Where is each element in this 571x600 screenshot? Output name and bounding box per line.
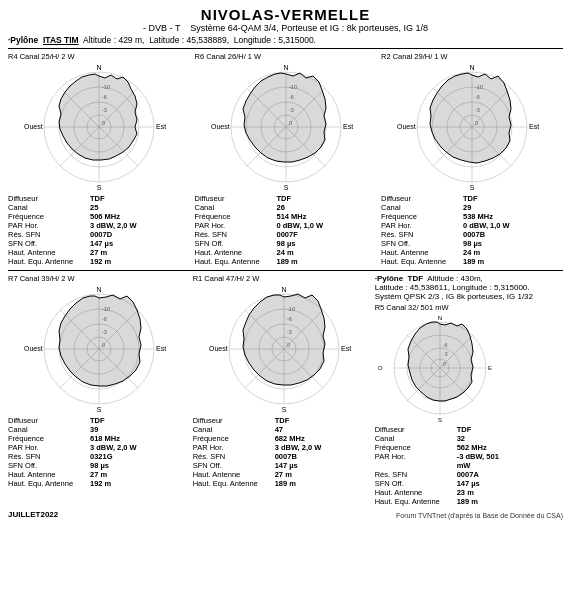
svg-text:-6: -6 [289, 94, 294, 100]
svg-text:-3: -3 [475, 107, 480, 113]
svg-text:-3: -3 [102, 329, 107, 335]
svg-text:-6: -6 [443, 342, 448, 348]
svg-text:0: 0 [475, 120, 478, 126]
info-table-r1: Diffuseur TDF Canal 47 Fréquence 682 MHz [193, 416, 375, 488]
svg-text:N: N [281, 286, 286, 293]
info-table-r4: Diffuseur TDF Canal 25 Fréquence 506 MHz… [8, 194, 190, 266]
svg-marker-12 [59, 74, 137, 160]
info-table-r5: Diffuseur TDF Canal 32 Fréquence 562 MHz… [375, 425, 505, 506]
pylone2-info: ·Pylône TDF Altitude : 430m, Latitude : … [375, 274, 563, 301]
svg-text:Est: Est [156, 123, 166, 130]
bottom-left: R7 Canal 39/H/ 2 W N S [8, 274, 375, 506]
svg-text:-3: -3 [287, 329, 292, 335]
svg-text:-6: -6 [102, 316, 107, 322]
main-title: NIVOLAS-VERMELLE [8, 6, 563, 23]
svg-text:Ouest: Ouest [24, 345, 43, 352]
channel-label-r7: R7 Canal 39/H/ 2 W [8, 274, 75, 283]
info-table-r6: Diffuseur TDF Canal 26 Fréquence 514 MHz… [195, 194, 377, 266]
svg-marker-29 [243, 73, 326, 162]
radar-r1: N S Est Ouest 0 -3 -6 -10 [204, 284, 364, 414]
svg-text:S: S [470, 184, 475, 191]
svg-marker-80 [243, 294, 325, 385]
svg-text:Ouest: Ouest [397, 123, 416, 130]
radar-r5: N S E O 0 -3 -6 [375, 313, 505, 423]
svg-text:Est: Est [341, 345, 351, 352]
svg-text:O: O [378, 365, 383, 371]
svg-text:N: N [438, 315, 442, 321]
radar-r7: N S Est Ouest 0 -3 -6 -10 [19, 284, 179, 414]
channel-label-r4: R4 Canal 25/H/ 2 W [8, 52, 75, 61]
footer: JUILLET2022 Forum TVNTnet (d'après la Ba… [8, 510, 563, 519]
radar-r4: N S Est Ouest 0 -3 -6 -10 [19, 62, 179, 192]
svg-text:Ouest: Ouest [24, 123, 43, 130]
channel-label-r5: R5 Canal 32/ 501 mW [375, 303, 449, 312]
svg-marker-46 [430, 73, 511, 163]
svg-text:S: S [97, 184, 102, 191]
svg-text:N: N [469, 64, 474, 71]
bottom-right: ·Pylône TDF Altitude : 430m, Latitude : … [375, 274, 563, 506]
svg-text:N: N [96, 64, 101, 71]
svg-text:S: S [283, 184, 288, 191]
svg-text:Est: Est [343, 123, 353, 130]
svg-text:-10: -10 [475, 84, 483, 90]
svg-text:0: 0 [443, 361, 446, 367]
svg-text:-10: -10 [102, 84, 110, 90]
antenna-block-r2: R2 Canal 29/H/ 1 W N S Est Ouest [381, 52, 563, 266]
channel-label-r1: R1 Canal 47/H/ 2 W [193, 274, 260, 283]
svg-text:-3: -3 [102, 107, 107, 113]
pylone1-info: ·Pylône ITAS TIM Altitude : 429 m, Latit… [8, 35, 563, 45]
svg-text:Ouest: Ouest [211, 123, 230, 130]
antenna-block-r4: R4 Canal 25/H/ 2 W N S Est [8, 52, 190, 266]
svg-text:-6: -6 [287, 316, 292, 322]
footer-credit: Forum TVNTnet (d'après la Base de Donnée… [396, 512, 563, 519]
svg-marker-97 [408, 322, 473, 401]
svg-text:N: N [283, 64, 288, 71]
svg-text:Est: Est [529, 123, 539, 130]
svg-text:-10: -10 [287, 306, 295, 312]
subtitle: - DVB - T Système 64-QAM 3/4, Porteuse e… [8, 23, 563, 33]
bottom-section: R7 Canal 39/H/ 2 W N S [8, 274, 563, 506]
svg-text:0: 0 [289, 120, 292, 126]
svg-text:S: S [438, 417, 442, 423]
svg-text:0: 0 [287, 342, 290, 348]
row2-left: R7 Canal 39/H/ 2 W N S [8, 274, 375, 488]
svg-text:-3: -3 [443, 351, 448, 357]
antenna-block-r6: R6 Canal 26/H/ 1 W N S Est Ouest [195, 52, 377, 266]
antenna-block-r7: R7 Canal 39/H/ 2 W N S [8, 274, 190, 488]
svg-marker-63 [59, 295, 141, 386]
svg-text:-6: -6 [102, 94, 107, 100]
radar-r2: N S Est Ouest 0 -3 -6 -10 [392, 62, 552, 192]
svg-text:Est: Est [156, 345, 166, 352]
channel-label-r6: R6 Canal 26/H/ 1 W [195, 52, 262, 61]
page: NIVOLAS-VERMELLE - DVB - T Système 64-QA… [0, 0, 571, 600]
svg-text:0: 0 [102, 342, 105, 348]
svg-text:E: E [488, 365, 492, 371]
svg-text:0: 0 [102, 120, 105, 126]
footer-date: JUILLET2022 [8, 510, 58, 519]
svg-text:S: S [97, 406, 102, 413]
svg-text:-6: -6 [475, 94, 480, 100]
svg-text:S: S [281, 406, 286, 413]
svg-text:-3: -3 [289, 107, 294, 113]
svg-text:-10: -10 [102, 306, 110, 312]
antenna-block-r1: R1 Canal 47/H/ 2 W N S [193, 274, 375, 488]
svg-text:N: N [96, 286, 101, 293]
radar-r6: N S Est Ouest 0 -3 -6 -10 [206, 62, 366, 192]
row1: R4 Canal 25/H/ 2 W N S Est [8, 52, 563, 266]
info-table-r2: Diffuseur TDF Canal 29 Fréquence 538 MHz… [381, 194, 563, 266]
svg-text:-10: -10 [289, 84, 297, 90]
info-table-r7: Diffuseur TDF Canal 39 Fréquence 618 MHz [8, 416, 190, 488]
channel-label-r2: R2 Canal 29/H/ 1 W [381, 52, 448, 61]
svg-text:Ouest: Ouest [209, 345, 228, 352]
